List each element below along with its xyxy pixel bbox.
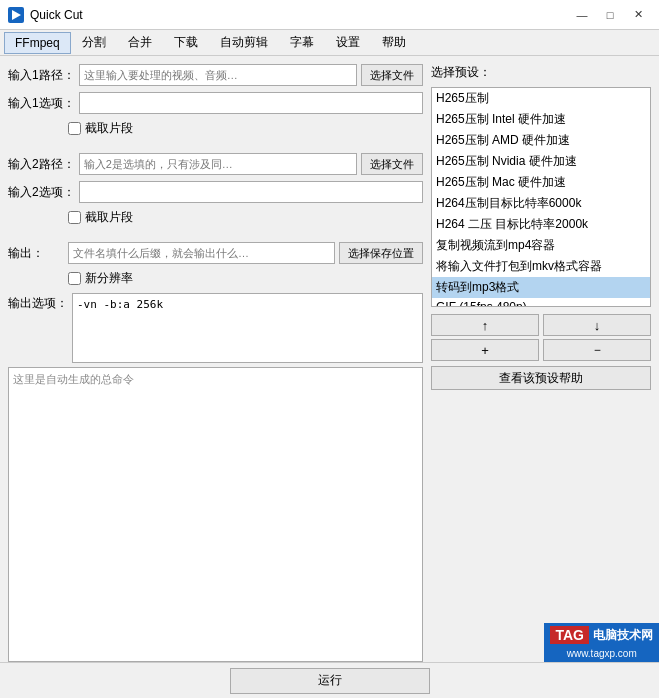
- output-label: 输出：: [8, 245, 64, 262]
- preset-item[interactable]: 转码到mp3格式: [432, 277, 650, 298]
- close-btn[interactable]: ✕: [625, 5, 651, 25]
- left-panel: 输入1路径： 选择文件 输入1选项： 截取片段 输入2路径： 选择文件 输入2选…: [8, 64, 423, 662]
- menu-settings[interactable]: 设置: [325, 30, 371, 55]
- preset-add-row: + －: [431, 339, 651, 361]
- input2-options-input[interactable]: [79, 181, 423, 203]
- run-btn[interactable]: 运行: [230, 668, 430, 694]
- preset-up-btn[interactable]: ↑: [431, 314, 539, 336]
- menu-subtitle[interactable]: 字幕: [279, 30, 325, 55]
- app-icon: [8, 7, 24, 23]
- input2-path-input[interactable]: [79, 153, 357, 175]
- preset-item[interactable]: H265压制: [432, 88, 650, 109]
- input2-options-row: 输入2选项：: [8, 181, 423, 203]
- preset-item[interactable]: 将输入文件打包到mkv格式容器: [432, 256, 650, 277]
- preset-item[interactable]: H265压制 Mac 硬件加速: [432, 172, 650, 193]
- preset-help-btn[interactable]: 查看该预设帮助: [431, 366, 651, 390]
- menu-ffmpeg[interactable]: FFmpeq: [4, 32, 71, 54]
- preset-remove-btn[interactable]: －: [543, 339, 651, 361]
- title-bar: Quick Cut — □ ✕: [0, 0, 659, 30]
- menu-download[interactable]: 下载: [163, 30, 209, 55]
- input1-options-row: 输入1选项：: [8, 92, 423, 114]
- preset-item[interactable]: H264压制目标比特率6000k: [432, 193, 650, 214]
- menu-merge[interactable]: 合并: [117, 30, 163, 55]
- window-controls: — □ ✕: [569, 5, 651, 25]
- preset-item[interactable]: H265压制 Intel 硬件加速: [432, 109, 650, 130]
- watermark-site-line2: www.tagxp.com: [544, 647, 659, 662]
- preset-move-row: ↑ ↓: [431, 314, 651, 336]
- right-panel: 选择预设： H265压制H265压制 Intel 硬件加速H265压制 AMD …: [431, 64, 651, 662]
- input2-clip-checkbox[interactable]: [68, 211, 81, 224]
- input1-clip-label: 截取片段: [85, 120, 133, 137]
- command-box: 这里是自动生成的总命令: [8, 367, 423, 662]
- preset-controls: ↑ ↓ + － 查看该预设帮助: [431, 314, 651, 390]
- input1-path-input[interactable]: [79, 64, 357, 86]
- input1-select-btn[interactable]: 选择文件: [361, 64, 423, 86]
- input1-options-label: 输入1选项：: [8, 95, 75, 112]
- input1-options-input[interactable]: [79, 92, 423, 114]
- watermark-site-line1: 电脑技术网: [593, 627, 653, 644]
- app-title: Quick Cut: [30, 8, 569, 22]
- input1-path-label: 输入1路径：: [8, 67, 75, 84]
- preset-down-btn[interactable]: ↓: [543, 314, 651, 336]
- run-bar: 运行: [0, 662, 659, 698]
- watermark-tag: TAG: [550, 626, 589, 644]
- output-resolution-checkbox[interactable]: [68, 272, 81, 285]
- output-path-row: 输出： 选择保存位置: [8, 242, 423, 264]
- menu-bar: FFmpeq 分割 合并 下载 自动剪辑 字幕 设置 帮助: [0, 30, 659, 56]
- output-options-row: 输出选项：: [8, 293, 423, 363]
- output-options-label: 输出选项：: [8, 293, 68, 363]
- menu-help[interactable]: 帮助: [371, 30, 417, 55]
- preset-item[interactable]: H265压制 Nvidia 硬件加速: [432, 151, 650, 172]
- input1-clip-row: 截取片段: [8, 120, 423, 137]
- output-input[interactable]: [68, 242, 335, 264]
- output-select-btn[interactable]: 选择保存位置: [339, 242, 423, 264]
- input2-select-btn[interactable]: 选择文件: [361, 153, 423, 175]
- command-placeholder: 这里是自动生成的总命令: [13, 373, 134, 385]
- input2-path-label: 输入2路径：: [8, 156, 75, 173]
- preset-item[interactable]: 复制视频流到mp4容器: [432, 235, 650, 256]
- output-resolution-label: 新分辨率: [85, 270, 133, 287]
- preset-item[interactable]: H264 二压 目标比特率2000k: [432, 214, 650, 235]
- preset-label: 选择预设：: [431, 64, 651, 81]
- preset-list[interactable]: H265压制H265压制 Intel 硬件加速H265压制 AMD 硬件加速H2…: [431, 87, 651, 307]
- input1-clip-checkbox[interactable]: [68, 122, 81, 135]
- preset-item[interactable]: H265压制 AMD 硬件加速: [432, 130, 650, 151]
- input1-path-row: 输入1路径： 选择文件: [8, 64, 423, 86]
- preset-add-btn[interactable]: +: [431, 339, 539, 361]
- menu-auto-edit[interactable]: 自动剪辑: [209, 30, 279, 55]
- input2-path-row: 输入2路径： 选择文件: [8, 153, 423, 175]
- input2-options-label: 输入2选项：: [8, 184, 75, 201]
- preset-item[interactable]: GIF (15fps 480p): [432, 298, 650, 307]
- minimize-btn[interactable]: —: [569, 5, 595, 25]
- input2-clip-label: 截取片段: [85, 209, 133, 226]
- input2-clip-row: 截取片段: [8, 209, 423, 226]
- output-options-textarea[interactable]: [72, 293, 423, 363]
- menu-split[interactable]: 分割: [71, 30, 117, 55]
- maximize-btn[interactable]: □: [597, 5, 623, 25]
- output-resolution-row: 新分辨率: [8, 270, 423, 287]
